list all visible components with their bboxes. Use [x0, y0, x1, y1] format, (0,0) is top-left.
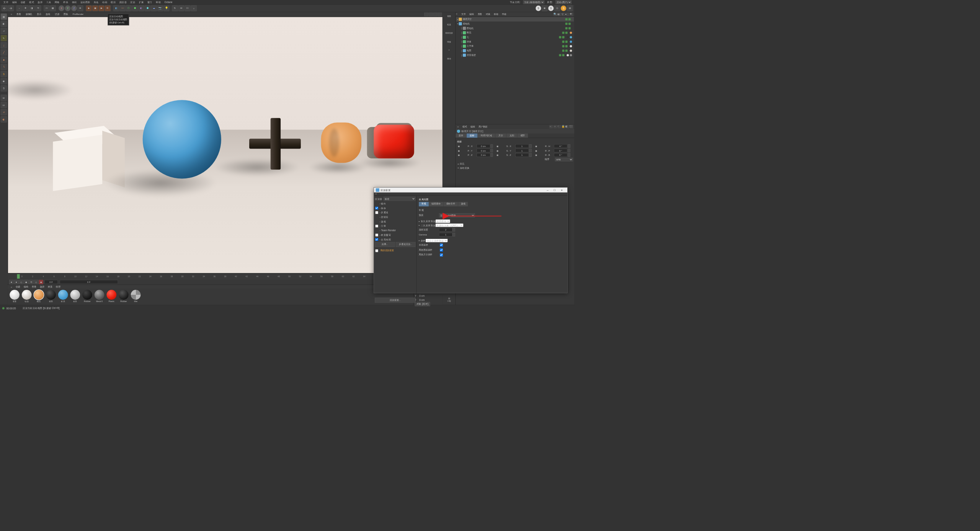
menu-tracker[interactable]: 跟踪器 [118, 0, 129, 4]
render-settings-bottom-button[interactable]: 渲染设置... [375, 298, 415, 303]
toggle1-button[interactable]: ⇅ [172, 5, 178, 11]
toggle4-button[interactable]: ☼ [191, 5, 197, 11]
axis-button[interactable]: └ [1, 64, 7, 70]
menu-help[interactable]: 帮助 [154, 0, 163, 4]
viewport-solo-button[interactable]: ◉ [1, 78, 7, 84]
z-axis-button[interactable]: Z [71, 5, 77, 11]
material-10[interactable]: Mat [130, 290, 141, 303]
attr-fold-quat[interactable]: 四元 [457, 162, 573, 166]
selection-button[interactable]: ▦ [50, 5, 56, 11]
vptab-view[interactable]: 查看 [14, 13, 23, 16]
render-opt-5[interactable]: - 立体 [375, 224, 415, 228]
render-pv-button[interactable]: ▶ [98, 5, 104, 11]
attrtab-edit[interactable]: 编辑 [469, 125, 477, 128]
secondary-bounce-select[interactable]: 准蒙特卡洛（QMC） [435, 224, 463, 227]
poly-mode-button[interactable]: ▲ [1, 57, 7, 63]
rot-h-input[interactable] [554, 144, 567, 148]
substance-s1-icon[interactable]: S [536, 5, 541, 11]
gi-check-1[interactable] [440, 248, 443, 252]
render-opt-7[interactable]: - 材质覆写 [375, 233, 415, 237]
render-region-button[interactable]: ▣ [92, 5, 98, 11]
gi-check-2[interactable] [440, 253, 443, 257]
effects-button[interactable]: 效果... [375, 242, 395, 247]
menu-volume[interactable]: 体积 [70, 0, 78, 4]
menu-select[interactable]: 选择 [36, 0, 44, 4]
render-opt-1[interactable]: - 保存 [375, 206, 415, 210]
dialog-close-button[interactable]: ✕ [559, 188, 566, 193]
menu-render[interactable]: 渲染 [129, 0, 137, 4]
point-mode-button[interactable]: ⋮ [1, 42, 7, 48]
snap-button[interactable]: ⊞ [1, 95, 7, 101]
move-button[interactable]: ✥ [23, 5, 28, 11]
omtab-bm[interactable]: 书签 [500, 13, 508, 16]
gi-subtab-2[interactable]: 缓存文件 [444, 202, 458, 206]
scl-z-input[interactable] [515, 153, 529, 157]
cube-prim-button[interactable]: ◧ [113, 5, 119, 11]
pos-x-input[interactable] [477, 144, 490, 148]
myset-ck[interactable] [375, 249, 378, 252]
mattab-create[interactable]: 创建 [14, 285, 22, 288]
render-view-button[interactable]: ▶ [86, 5, 91, 11]
attr-subtab-5[interactable]: 细节 [517, 134, 528, 138]
render-opt-3[interactable]: - 抗锯齿 [375, 215, 415, 219]
om-path-icon[interactable]: ▸ [565, 13, 569, 16]
dialog-min-button[interactable]: ─ [544, 188, 551, 193]
tree-row-2[interactable]: ├面包机 [456, 26, 574, 31]
generator-button[interactable]: ⬡ [126, 5, 132, 11]
rs-scale[interactable]: 缩放 [444, 40, 453, 47]
deformer-button[interactable]: ◐ [139, 5, 144, 11]
vp-nav4[interactable] [438, 13, 442, 16]
attr-max[interactable]: ⛶ [570, 125, 573, 128]
render-opt-2[interactable]: - 多通道 [375, 210, 415, 215]
dialog-titlebar[interactable]: 渲染设置 ─ ☐ ✕ [374, 188, 567, 193]
menu-create[interactable]: 创建 [19, 0, 27, 4]
y-axis-button[interactable]: Y [65, 5, 70, 11]
vp-nav1[interactable] [424, 13, 428, 16]
mattab-view[interactable]: 查看 [30, 285, 38, 288]
gi-subtab-1[interactable]: 辐照缓存 [429, 202, 443, 206]
om-filter-icon[interactable]: ▽ [562, 13, 565, 16]
scl-y-input[interactable] [515, 149, 529, 152]
attr-subtab-0[interactable]: 基本 [456, 134, 467, 138]
layout-select[interactable]: 启动 (用户) [555, 0, 572, 4]
vptab-panel[interactable]: 面板 [61, 13, 70, 16]
spline-prim-button[interactable]: 〰 [119, 5, 125, 11]
attr-subtab-4[interactable]: 太阳 [506, 134, 518, 138]
pos-z-input[interactable] [477, 153, 490, 157]
vptab-options[interactable]: 选项 [44, 13, 52, 16]
rot-order-select[interactable]: HPB [555, 158, 573, 161]
substance-tool2[interactable]: ◎ [554, 5, 560, 11]
field-button[interactable]: ⬣ [145, 5, 150, 11]
vptab-display[interactable]: 显示 [34, 13, 43, 16]
multipass-render-button[interactable]: 多通道渲染... [395, 242, 415, 247]
menu-edit[interactable]: 编辑 [10, 0, 19, 4]
rs-sample[interactable]: 采样优获 [444, 32, 453, 39]
dialog-max-button[interactable]: ☐ [551, 188, 559, 193]
material-7[interactable]: Metal 0 [94, 290, 105, 303]
attrtab-user[interactable]: 用户数据 [477, 125, 489, 128]
material-8[interactable]: Plastic [106, 290, 117, 303]
model-mode-button[interactable]: ▦ [1, 13, 7, 20]
rot-p-input[interactable] [554, 149, 567, 152]
tl-rec2[interactable]: ● [14, 280, 19, 284]
mattab-mat[interactable]: 材质 [46, 285, 54, 288]
rs-plus[interactable]: + [444, 49, 453, 56]
toggle3-button[interactable]: ⊡ [185, 5, 190, 11]
camera-button[interactable]: 📷 [157, 5, 163, 11]
render-settings-button[interactable]: ⚙ [105, 5, 111, 11]
rs-prog[interactable]: 程选 [444, 23, 453, 30]
playhead[interactable] [17, 274, 20, 279]
diffuse-depth-input[interactable] [439, 228, 452, 231]
om-eye-icon[interactable]: 👁 [570, 13, 573, 16]
mattab-select[interactable]: 选择 [38, 285, 46, 288]
tl-key2[interactable]: ◆ [24, 280, 29, 284]
attr-back[interactable]: ← [549, 125, 553, 128]
scl-x-input[interactable] [515, 144, 529, 148]
vp-nav2[interactable] [429, 13, 433, 16]
tl-rec1[interactable]: ● [9, 280, 14, 284]
primary-fold[interactable]: 首次反弹算法 辐照缓存 [419, 219, 565, 224]
omtab-file[interactable]: 文件 [460, 13, 468, 16]
attr-new[interactable]: ◧ [565, 125, 569, 128]
mattab-tex[interactable]: 纹理 [54, 285, 62, 288]
tl-auto[interactable]: ⟲ [29, 280, 34, 284]
